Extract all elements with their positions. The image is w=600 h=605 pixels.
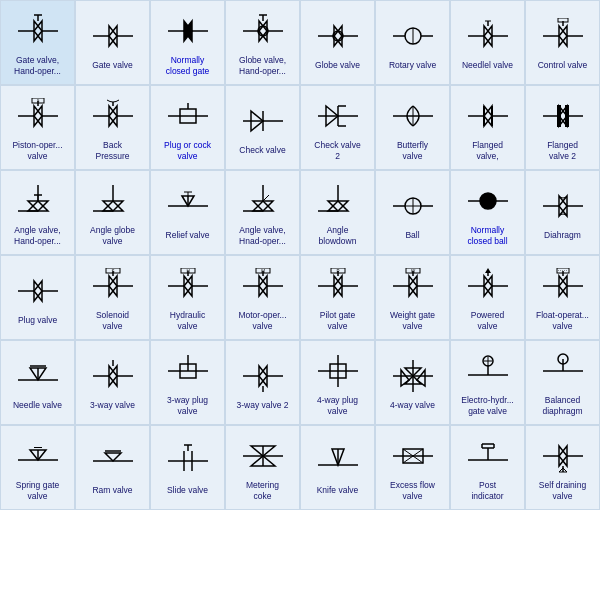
control-valve-cell[interactable]: Control valve	[525, 0, 600, 85]
4way-valve-cell[interactable]: 4-way valve	[375, 340, 450, 425]
back-pressure-cell[interactable]: BackPressure	[75, 85, 150, 170]
spring-gate-valve-cell[interactable]: Spring gatevalve	[0, 425, 75, 510]
knife-valve-cell[interactable]: Knife valve	[300, 425, 375, 510]
svg-marker-114	[559, 196, 567, 216]
3way-plug-valve-icon	[162, 349, 214, 393]
metering-coke-cell[interactable]: Meteringcoke	[225, 425, 300, 510]
svg-marker-150	[409, 276, 417, 296]
spring-gate-valve-label: Spring gatevalve	[16, 480, 59, 500]
3way-valve-cell[interactable]: 3-way valve	[75, 340, 150, 425]
3way-valve-2-icon	[237, 354, 289, 398]
angle-valve-hand-label: Angle valve,Hand-oper...	[14, 225, 61, 245]
angle-valve-hnad-icon	[237, 179, 289, 223]
piston-operated-valve-cell[interactable]: S Piston-oper...valve	[0, 85, 75, 170]
svg-marker-122	[109, 276, 117, 296]
solenoid-valve-label: Solenoidvalve	[96, 310, 129, 330]
angle-valve-hnad-cell[interactable]: Angle valve,Hnad-oper...	[225, 170, 300, 255]
slide-valve-cell[interactable]: Slide valve	[150, 425, 225, 510]
pilot-gate-valve-label: Pilot gatevalve	[320, 310, 355, 330]
angle-blowdown-cell[interactable]: Angleblowdown	[300, 170, 375, 255]
normally-closed-ball-cell[interactable]: Normallyclosed ball	[450, 170, 525, 255]
svg-point-111	[480, 193, 496, 209]
3way-valve-2-cell[interactable]: 3-way valve 2	[225, 340, 300, 425]
svg-marker-89	[103, 201, 123, 211]
check-valve-label: Check valve	[239, 145, 285, 155]
valve-grid: Gate valve,Hand-oper... Gate valve Norma…	[0, 0, 600, 510]
needle-valve-icon	[12, 354, 64, 398]
check-valve-2-label: Check valve2	[314, 140, 360, 160]
float-operat-valve-cell[interactable]: Float-operat...valve	[525, 255, 600, 340]
electro-hydr-gate-valve-label: Electro-hydr...gate valve	[461, 395, 513, 415]
flanged-valve-2-cell[interactable]: Flangedvalve 2	[525, 85, 600, 170]
flanged-valve-2-icon	[537, 94, 589, 138]
self-draining-valve-icon	[537, 434, 589, 478]
angle-globe-valve-cell[interactable]: Angle globevalve	[75, 170, 150, 255]
powered-valve-label: Poweredvalve	[471, 310, 505, 330]
svg-marker-51	[109, 106, 117, 126]
globe-valve-label: Globe valve	[315, 60, 360, 70]
3way-valve-icon	[87, 354, 139, 398]
ball-cell[interactable]: Ball	[375, 170, 450, 255]
rotary-valve-cell[interactable]: Rotary valve	[375, 0, 450, 85]
electro-hydr-gate-valve-icon	[462, 349, 514, 393]
plug-or-cock-valve-cell[interactable]: Plug or cockvalve	[150, 85, 225, 170]
svg-marker-52	[109, 106, 117, 126]
butterfly-valve-label: Butterflyvalve	[397, 140, 428, 160]
rotary-valve-label: Rotary valve	[389, 60, 436, 70]
check-valve-cell[interactable]: Check valve	[225, 85, 300, 170]
flanged-valve-2-label: Flangedvalve 2	[547, 140, 578, 160]
ram-valve-cell[interactable]: Ram valve	[75, 425, 150, 510]
svg-marker-129	[184, 276, 192, 296]
svg-marker-16	[259, 21, 267, 41]
relief-valve-cell[interactable]: Relief valve	[150, 170, 225, 255]
check-valve-2-cell[interactable]: Check valve2	[300, 85, 375, 170]
solenoid-valve-cell[interactable]: S Solenoidvalve	[75, 255, 150, 340]
plug-valve-cell[interactable]: Plug valve	[0, 255, 75, 340]
svg-marker-23	[334, 26, 342, 46]
svg-marker-98	[253, 201, 273, 211]
svg-line-99	[263, 195, 269, 201]
svg-marker-82	[28, 201, 48, 211]
svg-marker-115	[559, 196, 567, 216]
ram-valve-icon	[87, 439, 139, 483]
svg-marker-17	[259, 21, 267, 41]
globe-valve-hand-icon	[237, 9, 289, 53]
powered-valve-cell[interactable]: Poweredvalve	[450, 255, 525, 340]
svg-marker-24	[334, 26, 342, 46]
flanged-valve-cell[interactable]: Flangedvalve,	[450, 85, 525, 170]
needle-valve-cell[interactable]: Needle valve	[0, 340, 75, 425]
svg-marker-3	[34, 21, 42, 41]
butterfly-valve-icon	[387, 94, 439, 138]
plug-valve-icon	[12, 269, 64, 313]
gate-valve-hand-cell[interactable]: Gate valve,Hand-oper...	[0, 0, 75, 85]
self-draining-valve-cell[interactable]: Self drainingvalve	[525, 425, 600, 510]
relief-valve-label: Relief valve	[166, 230, 210, 240]
angle-valve-hand-cell[interactable]: Angle valve,Hand-oper...	[0, 170, 75, 255]
normally-closed-gate-cell[interactable]: Normallyclosed gate	[150, 0, 225, 85]
4way-plug-valve-cell[interactable]: 4-way plugvalve	[300, 340, 375, 425]
svg-marker-97	[253, 201, 273, 211]
hydraulic-valve-cell[interactable]: H Hydraulicvalve	[150, 255, 225, 340]
globe-valve-hand-cell[interactable]: Globe valve,Hand-oper...	[225, 0, 300, 85]
3way-plug-valve-cell[interactable]: 3-way plugvalve	[150, 340, 225, 425]
pilot-gate-valve-cell[interactable]: P Pilot gatevalve	[300, 255, 375, 340]
3way-valve-label: 3-way valve	[90, 400, 135, 410]
needlel-valve-cell[interactable]: Needlel valve	[450, 0, 525, 85]
svg-rect-78	[557, 105, 561, 127]
balanced-diaphragm-cell[interactable]: Balanceddiaphragm	[525, 340, 600, 425]
post-indicator-cell[interactable]: Postindicator	[450, 425, 525, 510]
electro-hydr-gate-valve-cell[interactable]: Electro-hydr...gate valve	[450, 340, 525, 425]
diahragm-cell[interactable]: Diahragm	[525, 170, 600, 255]
globe-valve-cell[interactable]: Globe valve	[300, 0, 375, 85]
motor-oper-valve-cell[interactable]: M Motor-oper...valve	[225, 255, 300, 340]
excess-flow-valve-cell[interactable]: Excess flowvalve	[375, 425, 450, 510]
ball-label: Ball	[405, 230, 419, 240]
weight-gate-valve-cell[interactable]: W Weight gatevalve	[375, 255, 450, 340]
4way-plug-valve-label: 4-way plugvalve	[317, 395, 358, 415]
svg-marker-88	[103, 201, 123, 211]
gate-valve-cell[interactable]: Gate valve	[75, 0, 150, 85]
relief-valve-icon	[162, 184, 214, 228]
svg-marker-210	[105, 453, 121, 461]
post-indicator-icon	[462, 434, 514, 478]
butterfly-valve-cell[interactable]: Butterflyvalve	[375, 85, 450, 170]
